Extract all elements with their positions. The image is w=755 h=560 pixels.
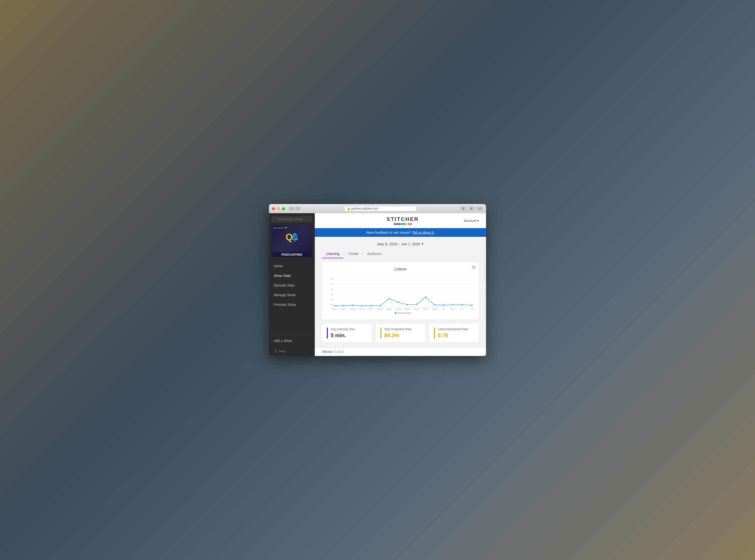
- logo-bar-4: [401, 223, 403, 225]
- svg-text:May 26: May 26: [414, 308, 419, 310]
- logo-bar-2: [396, 223, 398, 225]
- svg-text:0: 0: [332, 306, 333, 308]
- svg-text:May 30: May 30: [432, 308, 437, 310]
- svg-text:30: 30: [331, 293, 333, 296]
- minimize-button[interactable]: [277, 207, 280, 210]
- logo-bar-8: [410, 223, 412, 225]
- svg-text:40: 40: [331, 288, 333, 291]
- app-header: STITCHER Account ▾: [315, 213, 486, 228]
- svg-point-23: [379, 305, 381, 306]
- podcast-banner: buzzsprout 🌱 Q & PODCASTING: [271, 225, 312, 257]
- stat-label-2: Avg Completion Rate: [384, 327, 412, 331]
- date-chevron-icon: ▾: [422, 242, 423, 246]
- stat-value-2: 89.3%: [384, 332, 412, 339]
- logo-bar-7: [408, 223, 410, 225]
- svg-text:May 10: May 10: [341, 308, 346, 310]
- svg-text:50: 50: [331, 283, 333, 285]
- sidebar: 🔍 buzzsprout 🌱 Q &: [269, 213, 315, 356]
- logo-text: STITCHER: [386, 216, 419, 222]
- svg-text:May 20: May 20: [387, 308, 392, 310]
- titlebar-actions: ⬇ ⬆ ⎘: [460, 206, 483, 211]
- help-icon: ❓: [274, 349, 278, 353]
- stat-content-2: Avg Completion Rate 89.3%: [384, 327, 412, 339]
- chart-title: Listens: [327, 267, 474, 271]
- stat-content-1: Avg Listening Time 5 min.: [331, 327, 355, 339]
- titlebar: ‹ › 🔒 partners.stitcher.com ⬇ ⬆ ⎘: [269, 204, 486, 213]
- close-button[interactable]: [272, 207, 275, 210]
- svg-point-25: [398, 302, 399, 303]
- stat-label-1: Avg Listening Time: [331, 327, 355, 331]
- sidebar-item-episode-stats[interactable]: Episode Stats: [269, 280, 315, 290]
- chart-help-icon[interactable]: ?: [472, 265, 476, 269]
- stitcher-logo: STITCHER: [386, 216, 419, 225]
- stat-card-listens-download-ratio: Listens/Download Ratio 0.76: [429, 324, 479, 342]
- sidebar-item-show-stats[interactable]: Show Stats: [269, 271, 315, 280]
- add-show-button[interactable]: Add a Show: [269, 335, 315, 346]
- svg-point-31: [452, 304, 454, 305]
- buzzsprout-label: buzzsprout 🌱: [273, 227, 287, 229]
- back-button[interactable]: ‹: [289, 207, 294, 211]
- search-wrap: 🔍: [269, 213, 315, 225]
- svg-point-19: [343, 305, 344, 306]
- stat-accent-1: [327, 327, 328, 339]
- stat-accent-3: [434, 327, 435, 339]
- tab-audience[interactable]: Audience: [363, 250, 385, 258]
- download-button[interactable]: ⬇: [460, 206, 467, 211]
- search-input[interactable]: [271, 216, 312, 222]
- svg-point-26: [407, 304, 408, 305]
- svg-point-28: [425, 297, 426, 298]
- svg-point-32: [461, 304, 463, 305]
- qa-mic-icon: Q &: [285, 230, 299, 247]
- chart-card: ? Listens 60: [322, 262, 479, 320]
- svg-text:May 24: May 24: [405, 308, 410, 310]
- date-range-button[interactable]: May 8, 2020 – Jun 7, 2020 ▾: [377, 242, 423, 246]
- svg-text:Jun 7: Jun 7: [470, 308, 474, 310]
- address-bar-wrap: 🔒 partners.stitcher.com: [302, 206, 458, 211]
- forward-button[interactable]: ›: [295, 207, 301, 211]
- svg-text:Jun 5: Jun 5: [460, 308, 464, 310]
- chart-container: 60 50 40 30 20 10 0: [327, 275, 474, 315]
- account-button[interactable]: Account ▾: [464, 219, 479, 223]
- footer-stitcher-link[interactable]: Stitcher: [322, 350, 333, 354]
- stat-content-3: Listens/Download Ratio 0.76: [438, 327, 468, 339]
- stat-value-1: 5 min.: [331, 332, 355, 339]
- stats-tabs: Listening | Trends | Audience: [322, 250, 479, 258]
- share-button[interactable]: ⬆: [468, 206, 475, 211]
- logo-bar-6: [406, 223, 408, 225]
- svg-text:20: 20: [331, 298, 333, 300]
- copy-button[interactable]: ⎘: [476, 206, 483, 211]
- feedback-link[interactable]: Tell us about it.: [412, 231, 435, 235]
- logo-bar-1: [394, 223, 396, 225]
- svg-point-24: [389, 298, 390, 299]
- svg-point-50: [395, 312, 396, 314]
- stat-label-3: Listens/Download Ratio: [438, 327, 468, 331]
- help-button[interactable]: ❓ Help: [269, 346, 315, 356]
- sidebar-item-manage-show[interactable]: Manage Show: [269, 290, 315, 300]
- stats-cards: Avg Listening Time 5 min. Avg Completion…: [322, 324, 479, 342]
- url-text: partners.stitcher.com: [352, 207, 378, 210]
- listens-chart: 60 50 40 30 20 10 0: [327, 275, 474, 314]
- nav-buttons: ‹ ›: [289, 207, 301, 211]
- sidebar-item-home[interactable]: Home: [269, 261, 315, 271]
- browser-window: ‹ › 🔒 partners.stitcher.com ⬇ ⬆ ⎘ 🔍: [269, 204, 486, 356]
- content-area: May 8, 2020 – Jun 7, 2020 ▾ Listening | …: [315, 237, 486, 347]
- svg-text:May 8: May 8: [332, 308, 337, 310]
- svg-text:May 28: May 28: [423, 308, 428, 310]
- tab-listening[interactable]: Listening: [322, 250, 343, 258]
- tab-trends[interactable]: Trends: [344, 250, 362, 258]
- logo-bar-5: [403, 223, 405, 225]
- address-bar[interactable]: 🔒 partners.stitcher.com: [344, 206, 417, 211]
- svg-point-29: [434, 304, 435, 305]
- podcast-banner-image: buzzsprout 🌱 Q &: [271, 225, 312, 252]
- date-picker: May 8, 2020 – Jun 7, 2020 ▾: [322, 242, 479, 246]
- maximize-button[interactable]: [282, 207, 285, 210]
- svg-text:May 12: May 12: [350, 308, 355, 310]
- main-content: STITCHER Account ▾: [315, 213, 486, 356]
- stat-card-avg-completion-rate: Avg Completion Rate 89.3%: [376, 324, 425, 342]
- svg-point-18: [334, 305, 335, 306]
- svg-point-22: [371, 305, 372, 306]
- svg-text:60: 60: [331, 278, 333, 280]
- svg-text:May 18: May 18: [378, 308, 382, 310]
- sidebar-item-promote-show[interactable]: Promote Show: [269, 300, 315, 309]
- svg-point-20: [352, 305, 353, 306]
